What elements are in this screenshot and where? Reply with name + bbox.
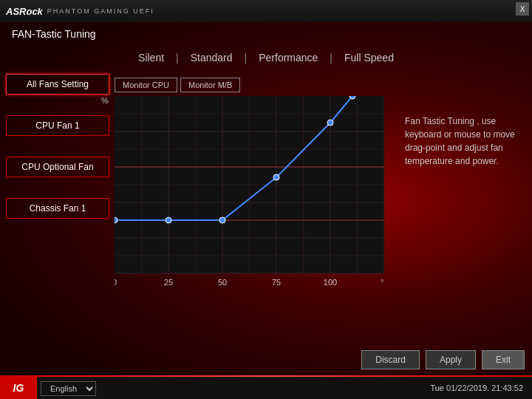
phantom-subtitle: PHANTOM GAMING UEFI xyxy=(47,7,154,15)
svg-text:100: 100 xyxy=(324,278,337,287)
tab-standard[interactable]: Standard xyxy=(179,50,245,65)
btn-monitor-cpu[interactable]: Monitor CPU xyxy=(115,78,177,92)
svg-text:50: 50 xyxy=(218,278,227,287)
svg-text:0: 0 xyxy=(115,278,117,287)
bottom-logo-text: IG xyxy=(13,382,24,394)
sidebar: All Fans Setting CPU Fan 1 CPU Optional … xyxy=(6,74,109,239)
fan-chart[interactable]: 100 50 0 0 25 50 75 100 °C xyxy=(115,96,384,288)
language-select[interactable]: English xyxy=(41,381,96,396)
discard-button[interactable]: Discard xyxy=(361,350,420,369)
btn-all-fans[interactable]: All Fans Setting xyxy=(6,74,109,95)
svg-point-24 xyxy=(166,217,171,223)
top-bar: ASRock PHANTOM GAMING UEFI X xyxy=(0,0,532,22)
bottom-bar: IG English Tue 01/22/2019. 21:43:52 xyxy=(0,377,532,399)
mode-tabs: Silent | Standard | Performance | Full S… xyxy=(0,50,532,65)
datetime-display: Tue 01/22/2019. 21:43:52 xyxy=(430,383,532,392)
action-buttons: Discard Apply Exit xyxy=(361,350,525,369)
svg-text:25: 25 xyxy=(164,278,173,287)
svg-point-25 xyxy=(219,217,225,223)
btn-cpu-optional[interactable]: CPU Optional Fan xyxy=(6,157,109,177)
btn-cpu-fan1[interactable]: CPU Fan 1 xyxy=(6,115,109,136)
asrock-logo: ASRock xyxy=(6,6,43,17)
svg-text:75: 75 xyxy=(272,278,281,287)
description-text: Fan Tastic Tuning , use keyboard or mous… xyxy=(405,115,523,168)
svg-point-28 xyxy=(349,96,355,99)
chart-wrapper: % xyxy=(115,96,384,288)
btn-monitor-mb[interactable]: Monitor M/B xyxy=(180,78,240,92)
bottom-logo: IG xyxy=(0,377,37,399)
svg-text:°C: °C xyxy=(381,278,384,287)
tab-silent[interactable]: Silent xyxy=(126,50,176,65)
exit-button[interactable]: Exit xyxy=(482,350,525,369)
tab-full-speed[interactable]: Full Speed xyxy=(332,50,406,65)
svg-point-26 xyxy=(273,174,279,180)
tab-performance[interactable]: Performance xyxy=(247,50,330,65)
btn-chassis-fan1[interactable]: Chassis Fan 1 xyxy=(6,198,109,219)
monitor-buttons: Monitor CPU Monitor M/B xyxy=(115,78,240,92)
close-button[interactable]: X xyxy=(516,2,529,16)
apply-button[interactable]: Apply xyxy=(426,350,476,369)
svg-point-23 xyxy=(115,217,117,223)
svg-point-27 xyxy=(327,120,333,126)
y-axis-label: % xyxy=(101,96,109,105)
logo-area: ASRock PHANTOM GAMING UEFI xyxy=(6,6,154,17)
page-title: FAN-Tastic Tuning xyxy=(12,28,96,40)
